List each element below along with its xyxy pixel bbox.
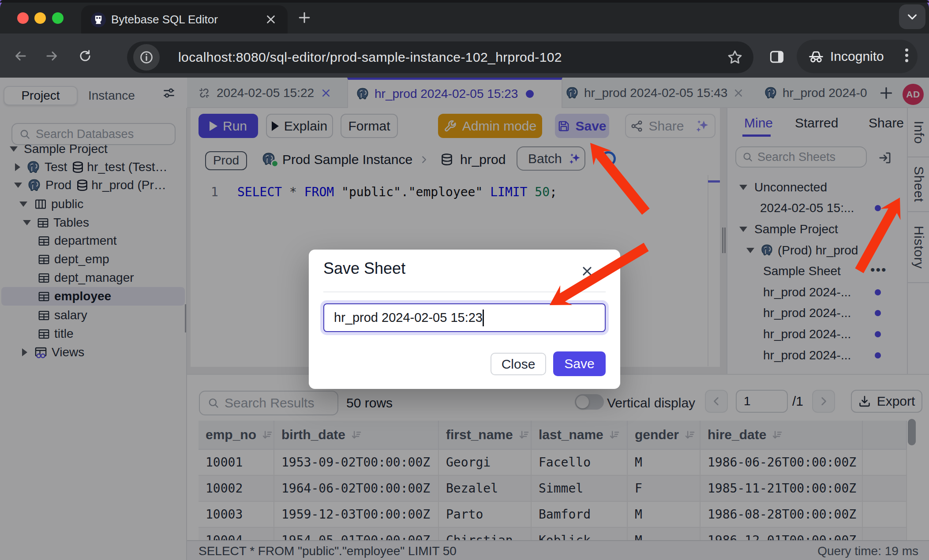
incognito-label: Incognito: [830, 49, 884, 64]
browser-toolbar: localhost:8080/sql-editor/prod-sample-in…: [0, 34, 929, 78]
side-panel-icon[interactable]: [769, 49, 784, 64]
save-sheet-dialog: Save Sheet hr_prod 2024-02-05 15:23 Clos…: [309, 250, 620, 389]
dialog-divider: [323, 291, 606, 292]
traffic-light-minimize[interactable]: [34, 12, 46, 24]
incognito-icon: [808, 49, 824, 64]
reload-icon[interactable]: [79, 49, 92, 63]
tab-search-button[interactable]: [899, 4, 925, 29]
window-top-edge: [0, 0, 929, 3]
url-text: localhost:8080/sql-editor/prod-sample-in…: [178, 41, 562, 73]
back-icon[interactable]: [14, 49, 27, 63]
text-caret: [483, 310, 484, 326]
bytebase-favicon-icon: [91, 12, 106, 27]
traffic-light-close[interactable]: [17, 12, 29, 24]
sheet-name-input[interactable]: hr_prod 2024-02-05 15:23: [323, 303, 606, 332]
browser-chrome: Bytebase SQL Editor localhost:8080/sql-e…: [0, 0, 929, 78]
traffic-light-zoom[interactable]: [52, 12, 64, 24]
bookmark-star-icon[interactable]: [727, 49, 743, 65]
site-info-icon[interactable]: [133, 44, 160, 71]
dialog-save-button[interactable]: Save: [553, 351, 606, 376]
forward-icon[interactable]: [45, 49, 58, 63]
address-bar[interactable]: localhost:8080/sql-editor/prod-sample-in…: [127, 41, 753, 73]
browser-menu-icon[interactable]: [905, 49, 908, 62]
sheet-name-value: hr_prod 2024-02-05 15:23: [334, 310, 483, 325]
dialog-close-button[interactable]: Close: [491, 353, 546, 375]
browser-tab-close-icon[interactable]: [266, 14, 276, 25]
dialog-close-icon[interactable]: [581, 265, 593, 277]
incognito-badge: Incognito: [797, 40, 918, 73]
dialog-title: Save Sheet: [323, 259, 405, 278]
browser-tab[interactable]: Bytebase SQL Editor: [81, 5, 288, 34]
browser-tab-title: Bytebase SQL Editor: [111, 5, 218, 34]
new-tab-icon[interactable]: [298, 11, 311, 24]
